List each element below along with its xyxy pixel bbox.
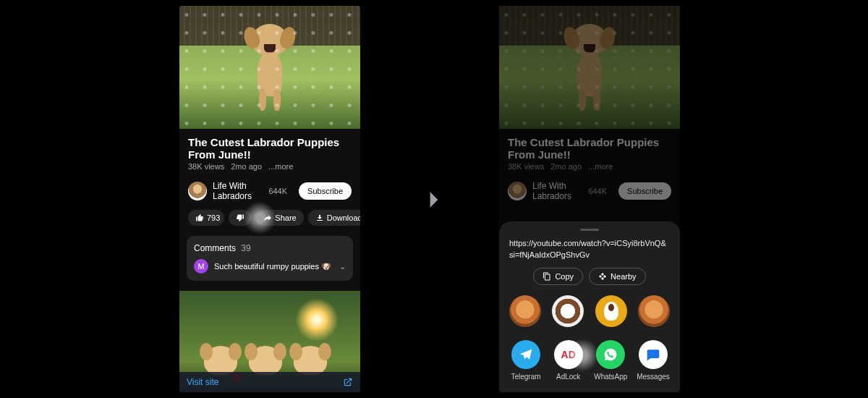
action-row: 793 Share Download Save (179, 204, 360, 232)
copy-icon (542, 272, 551, 281)
telegram-icon (519, 347, 533, 362)
video-meta[interactable]: 38K views 2mo ago ...more (179, 162, 360, 178)
download-icon (315, 213, 324, 222)
ad-cta[interactable]: Visit site (187, 377, 218, 387)
download-button[interactable]: Download (308, 210, 360, 226)
like-button[interactable]: 793 (188, 210, 224, 226)
video-thumbnail[interactable] (179, 6, 360, 129)
share-icon (263, 213, 272, 222)
thumbs-up-icon (195, 213, 204, 222)
dislike-button[interactable] (229, 210, 252, 226)
chevron-down-icon: ⌄ (339, 262, 346, 271)
drag-handle[interactable] (580, 229, 599, 231)
comment-text: Such beautiful rumpy puppies 🐶 (214, 262, 331, 271)
subscribe-button[interactable]: Subscribe (299, 182, 352, 200)
view-count: 38K views (188, 162, 224, 171)
thumbs-down-icon (236, 213, 244, 222)
share-app-adlock[interactable]: AD AdLock (552, 340, 585, 381)
arrow-icon (422, 188, 446, 214)
contact-avatar[interactable] (595, 295, 627, 327)
copy-button[interactable]: Copy (533, 268, 583, 285)
video-age: 2mo ago (231, 162, 262, 171)
commenter-avatar: M (194, 259, 208, 274)
nearby-button[interactable]: Nearby (589, 268, 645, 285)
app-row: Telegram AD AdLock WhatsApp Messages (509, 340, 670, 381)
comments-card[interactable]: Comments 39 M Such beautiful rumpy puppi… (187, 236, 353, 281)
video-title[interactable]: The Cutest Labrador Puppies From June!! (179, 129, 360, 162)
contact-avatar[interactable] (552, 295, 584, 327)
like-count: 793 (207, 213, 220, 222)
phone-after: The Cutest Labrador Puppies From June!! … (499, 6, 680, 392)
open-external-icon[interactable] (343, 377, 353, 387)
share-app-messages[interactable]: Messages (637, 340, 670, 381)
contact-avatar[interactable] (509, 295, 541, 327)
comments-count: 39 (241, 243, 250, 253)
share-button[interactable]: Share (256, 210, 303, 226)
phone-before: The Cutest Labrador Puppies From June!! … (179, 6, 360, 392)
share-app-whatsapp[interactable]: WhatsApp (594, 340, 627, 381)
more-link[interactable]: ...more (268, 162, 293, 171)
channel-subs: 644K (268, 187, 287, 195)
share-sheet: https://youtube.com/watch?v=iCSyi8rbVnQ&… (499, 221, 680, 392)
contact-avatar[interactable] (638, 295, 670, 327)
contact-row (509, 295, 670, 327)
ad-card[interactable]: Visit site (179, 291, 360, 392)
nearby-icon (598, 272, 607, 281)
adlock-icon: AD (554, 340, 583, 369)
whatsapp-icon (603, 347, 618, 362)
channel-row[interactable]: Life With Labradors 644K Subscribe (179, 178, 360, 204)
channel-avatar[interactable] (188, 182, 207, 200)
channel-name[interactable]: Life With Labradors (213, 181, 263, 201)
share-app-telegram[interactable]: Telegram (509, 340, 542, 381)
share-url[interactable]: https://youtube.com/watch?v=iCSyi8rbVnQ&… (509, 238, 670, 261)
comments-label: Comments (194, 243, 236, 253)
messages-icon (646, 347, 660, 362)
